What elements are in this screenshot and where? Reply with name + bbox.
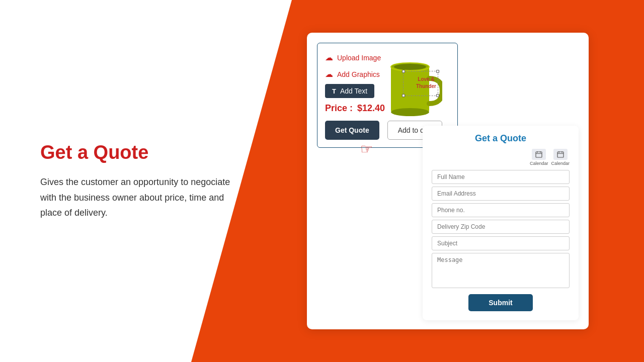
svg-point-4 xyxy=(394,64,426,70)
upload-icon: ☁ xyxy=(325,53,333,62)
full-name-input[interactable] xyxy=(432,170,570,184)
left-section: Get a Quote Gives the customer an opport… xyxy=(0,0,277,362)
graphics-icon: ☁ xyxy=(325,69,333,79)
page-heading: Get a Quote xyxy=(40,141,247,164)
calendar-icon-btn-2[interactable]: Calendar xyxy=(551,149,570,166)
page-description: Gives the customer an opportunity to neg… xyxy=(40,174,242,221)
mug-svg xyxy=(382,56,442,121)
get-quote-button[interactable]: Get Quote xyxy=(325,121,379,140)
add-text-button[interactable]: T Add Text xyxy=(325,84,374,98)
calendar-icon-2 xyxy=(553,149,568,160)
svg-rect-1 xyxy=(391,67,429,112)
main-card: ☁ Upload Image ☁ Add Graphics T Add Text… xyxy=(307,33,589,329)
svg-rect-5 xyxy=(536,152,542,157)
text-icon: T xyxy=(332,87,336,95)
zip-input[interactable] xyxy=(432,220,570,234)
calendar-icon-btn-1[interactable]: Calendar xyxy=(530,149,548,166)
form-icons-row: Calendar Calendar xyxy=(432,149,570,166)
email-input[interactable] xyxy=(432,187,570,201)
calendar-icon-1 xyxy=(532,149,546,160)
mug-preview: Love & Thunder xyxy=(372,48,452,129)
message-textarea[interactable] xyxy=(432,253,570,288)
quote-form: Get a Quote Calendar xyxy=(423,126,579,320)
svg-rect-9 xyxy=(557,152,564,157)
submit-button[interactable]: Submit xyxy=(468,294,532,311)
svg-point-2 xyxy=(391,108,429,116)
cursor-icon: ☞ xyxy=(360,141,373,157)
quote-form-title: Get a Quote xyxy=(432,133,570,144)
subject-input[interactable] xyxy=(432,236,570,250)
phone-input[interactable] xyxy=(432,203,570,217)
